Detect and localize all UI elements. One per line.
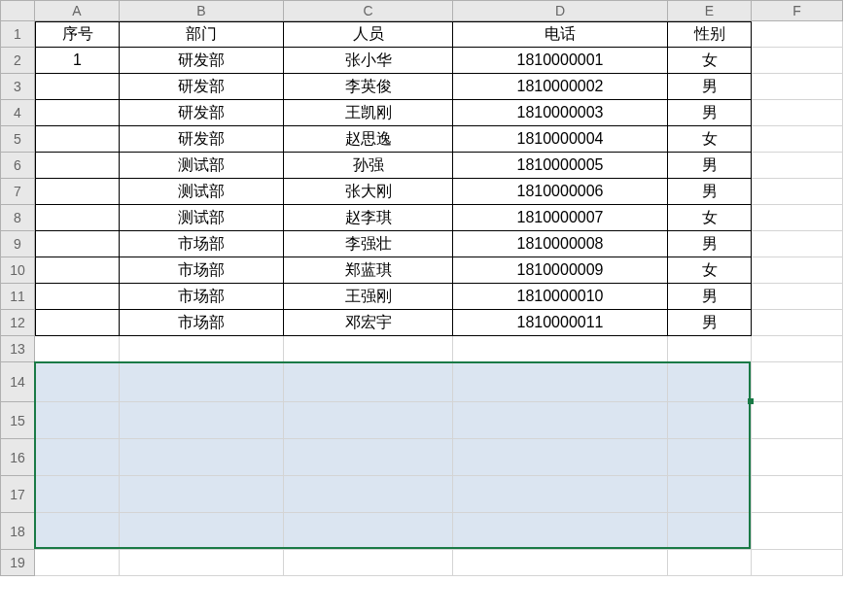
column-header-d[interactable]: D	[453, 0, 668, 21]
cell-A14[interactable]	[35, 362, 120, 402]
cell-B4[interactable]: 研发部	[120, 100, 284, 126]
cell-A11[interactable]	[35, 284, 120, 310]
cell-D15[interactable]	[453, 402, 668, 439]
cell-A3[interactable]	[35, 74, 120, 100]
cell-E17[interactable]	[668, 476, 752, 513]
cell-E8[interactable]: 女	[668, 205, 752, 231]
cell-E16[interactable]	[668, 439, 752, 476]
cell-E13[interactable]	[668, 336, 752, 362]
cell-B8[interactable]: 测试部	[120, 205, 284, 231]
cell-A7[interactable]	[35, 179, 120, 205]
cell-F1[interactable]	[752, 21, 843, 48]
cell-C2[interactable]: 张小华	[284, 48, 453, 74]
row-header-12[interactable]: 12	[0, 310, 35, 336]
cell-B19[interactable]	[120, 550, 284, 576]
cell-E4[interactable]: 男	[668, 100, 752, 126]
cell-E1[interactable]: 性别	[668, 21, 752, 48]
cell-B11[interactable]: 市场部	[120, 284, 284, 310]
cell-B7[interactable]: 测试部	[120, 179, 284, 205]
cell-F2[interactable]	[752, 48, 843, 74]
column-header-f[interactable]: F	[752, 0, 843, 21]
cell-C16[interactable]	[284, 439, 453, 476]
cell-B15[interactable]	[120, 402, 284, 439]
cell-B6[interactable]: 测试部	[120, 153, 284, 179]
cell-A5[interactable]	[35, 126, 120, 153]
select-all-corner[interactable]	[0, 0, 35, 21]
cell-B17[interactable]	[120, 476, 284, 513]
cell-D4[interactable]: 1810000003	[453, 100, 668, 126]
cell-A13[interactable]	[35, 336, 120, 362]
row-header-11[interactable]: 11	[0, 284, 35, 310]
cell-A15[interactable]	[35, 402, 120, 439]
cell-D14[interactable]	[453, 362, 668, 402]
cell-B16[interactable]	[120, 439, 284, 476]
cell-F13[interactable]	[752, 336, 843, 362]
cell-C4[interactable]: 王凯刚	[284, 100, 453, 126]
cell-B12[interactable]: 市场部	[120, 310, 284, 336]
cell-F7[interactable]	[752, 179, 843, 205]
cell-D5[interactable]: 1810000004	[453, 126, 668, 153]
cell-C6[interactable]: 孙强	[284, 153, 453, 179]
cell-D16[interactable]	[453, 439, 668, 476]
cell-C9[interactable]: 李强壮	[284, 231, 453, 257]
cell-F5[interactable]	[752, 126, 843, 153]
row-header-5[interactable]: 5	[0, 126, 35, 153]
cell-F4[interactable]	[752, 100, 843, 126]
cell-C19[interactable]	[284, 550, 453, 576]
cell-A18[interactable]	[35, 513, 120, 550]
cell-A16[interactable]	[35, 439, 120, 476]
cell-C3[interactable]: 李英俊	[284, 74, 453, 100]
cell-D8[interactable]: 1810000007	[453, 205, 668, 231]
cell-E5[interactable]: 女	[668, 126, 752, 153]
row-header-1[interactable]: 1	[0, 21, 35, 48]
cell-A10[interactable]	[35, 257, 120, 284]
row-header-10[interactable]: 10	[0, 257, 35, 284]
cell-C1[interactable]: 人员	[284, 21, 453, 48]
cell-C7[interactable]: 张大刚	[284, 179, 453, 205]
cell-A4[interactable]	[35, 100, 120, 126]
cell-B13[interactable]	[120, 336, 284, 362]
cell-B3[interactable]: 研发部	[120, 74, 284, 100]
cell-E3[interactable]: 男	[668, 74, 752, 100]
column-header-a[interactable]: A	[35, 0, 120, 21]
cell-E14[interactable]	[668, 362, 752, 402]
row-header-17[interactable]: 17	[0, 476, 35, 513]
cell-D11[interactable]: 1810000010	[453, 284, 668, 310]
row-header-6[interactable]: 6	[0, 153, 35, 179]
row-header-8[interactable]: 8	[0, 205, 35, 231]
cell-D9[interactable]: 1810000008	[453, 231, 668, 257]
cell-A19[interactable]	[35, 550, 120, 576]
cell-D17[interactable]	[453, 476, 668, 513]
cell-D13[interactable]	[453, 336, 668, 362]
row-header-14[interactable]: 14	[0, 362, 35, 402]
cell-F19[interactable]	[752, 550, 843, 576]
cell-B5[interactable]: 研发部	[120, 126, 284, 153]
row-header-9[interactable]: 9	[0, 231, 35, 257]
cell-D7[interactable]: 1810000006	[453, 179, 668, 205]
cell-D19[interactable]	[453, 550, 668, 576]
cell-F14[interactable]	[752, 362, 843, 402]
cell-F15[interactable]	[752, 402, 843, 439]
cell-B18[interactable]	[120, 513, 284, 550]
cell-E11[interactable]: 男	[668, 284, 752, 310]
cell-F9[interactable]	[752, 231, 843, 257]
row-header-2[interactable]: 2	[0, 48, 35, 74]
column-header-c[interactable]: C	[284, 0, 453, 21]
row-header-4[interactable]: 4	[0, 100, 35, 126]
row-header-16[interactable]: 16	[0, 439, 35, 476]
cell-F12[interactable]	[752, 310, 843, 336]
cell-A8[interactable]	[35, 205, 120, 231]
row-header-7[interactable]: 7	[0, 179, 35, 205]
cell-C11[interactable]: 王强刚	[284, 284, 453, 310]
cell-F16[interactable]	[752, 439, 843, 476]
cell-B1[interactable]: 部门	[120, 21, 284, 48]
cell-F18[interactable]	[752, 513, 843, 550]
cell-E19[interactable]	[668, 550, 752, 576]
cell-E12[interactable]: 男	[668, 310, 752, 336]
cell-A17[interactable]	[35, 476, 120, 513]
column-header-b[interactable]: B	[120, 0, 284, 21]
cell-E2[interactable]: 女	[668, 48, 752, 74]
cell-C5[interactable]: 赵思逸	[284, 126, 453, 153]
cell-D12[interactable]: 1810000011	[453, 310, 668, 336]
cell-F17[interactable]	[752, 476, 843, 513]
